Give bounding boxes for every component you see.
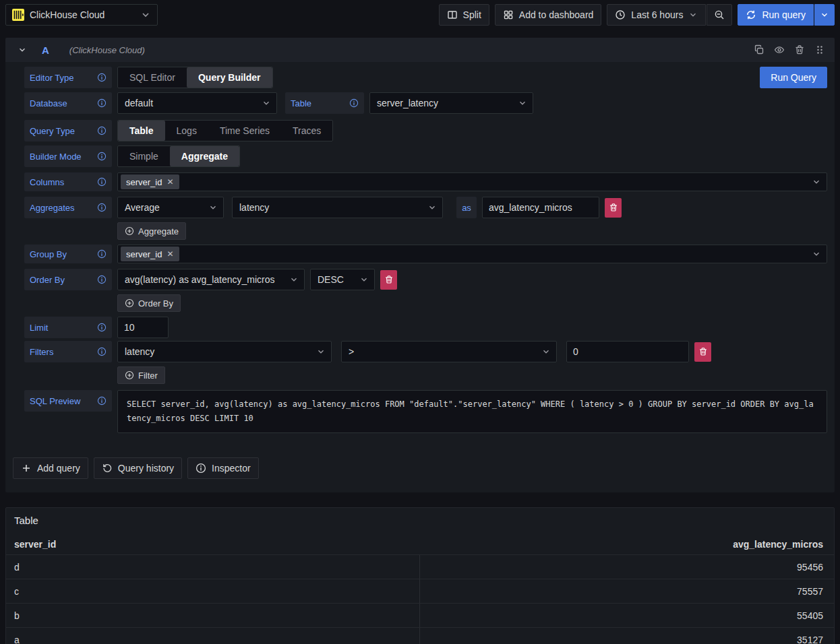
group-by-chip: server_id ✕ bbox=[121, 247, 179, 261]
table-row[interactable]: b 55405 bbox=[6, 603, 834, 627]
run-query-panel-button[interactable]: Run Query bbox=[760, 67, 827, 88]
chevron-down-icon bbox=[812, 249, 821, 259]
remove-order-by-button[interactable] bbox=[380, 270, 397, 290]
query-editor-body: Editor Type SQL Editor Query Builder Run… bbox=[5, 62, 835, 492]
filter-operator-select[interactable]: > bbox=[341, 341, 557, 362]
info-icon[interactable] bbox=[97, 347, 107, 356]
plus-icon bbox=[21, 463, 32, 474]
columns-multiselect[interactable]: server_id ✕ bbox=[117, 172, 827, 191]
clickhouse-logo-icon bbox=[12, 9, 24, 21]
aggregate-as-label: as bbox=[456, 197, 477, 218]
query-editor-footer: Add query Query history Inspector bbox=[13, 437, 827, 479]
close-icon[interactable]: ✕ bbox=[167, 250, 173, 258]
info-icon[interactable] bbox=[97, 396, 107, 406]
datasource-picker[interactable]: ClickHouse Cloud bbox=[5, 4, 158, 26]
aggregates-label: Aggregates bbox=[24, 197, 112, 218]
builder-mode-simple[interactable]: Simple bbox=[118, 146, 170, 166]
zoom-out-time-button[interactable] bbox=[707, 4, 732, 26]
info-icon[interactable] bbox=[97, 249, 107, 259]
info-icon[interactable] bbox=[349, 98, 359, 108]
chevron-down-icon bbox=[140, 9, 151, 20]
plus-circle-icon bbox=[125, 298, 134, 308]
history-icon bbox=[102, 463, 113, 474]
apps-icon bbox=[503, 9, 514, 20]
columns-chip: server_id ✕ bbox=[121, 174, 179, 189]
table-select[interactable]: server_latency bbox=[369, 92, 533, 114]
order-by-direction-select[interactable]: DESC bbox=[310, 269, 375, 290]
info-icon[interactable] bbox=[97, 98, 107, 108]
zoom-out-icon bbox=[714, 9, 725, 20]
editor-type-query-builder[interactable]: Query Builder bbox=[187, 67, 272, 88]
limit-input[interactable] bbox=[117, 317, 169, 338]
query-type-traces[interactable]: Traces bbox=[281, 121, 332, 141]
clock-icon bbox=[615, 9, 626, 20]
add-to-dashboard-button[interactable]: Add to dashboard bbox=[495, 4, 602, 26]
time-range-button[interactable]: Last 6 hours bbox=[607, 4, 706, 26]
table-row[interactable]: a 35127 bbox=[6, 627, 834, 644]
collapse-chevron-icon[interactable] bbox=[18, 45, 27, 55]
table-header-row: server_id avg_latency_micros bbox=[6, 534, 834, 554]
add-order-by-button[interactable]: Order By bbox=[117, 294, 181, 312]
info-icon[interactable] bbox=[97, 275, 107, 284]
add-aggregate-button[interactable]: Aggregate bbox=[117, 222, 186, 240]
order-by-label: Order By bbox=[24, 269, 112, 290]
run-query-dropdown-button[interactable] bbox=[814, 4, 835, 26]
toolbar-actions: Split Add to dashboard Last 6 hours Run … bbox=[439, 4, 835, 26]
database-select[interactable]: default bbox=[117, 92, 277, 114]
aggregate-alias-input[interactable] bbox=[482, 197, 599, 218]
info-icon[interactable] bbox=[97, 152, 107, 161]
query-type-switch: Table Logs Time Series Traces bbox=[117, 120, 333, 141]
table-row[interactable]: d 95456 bbox=[6, 554, 834, 579]
filter-value-input[interactable] bbox=[566, 341, 689, 362]
time-range-label: Last 6 hours bbox=[631, 9, 683, 20]
editor-type-sql-editor[interactable]: SQL Editor bbox=[118, 67, 187, 88]
query-type-table[interactable]: Table bbox=[118, 121, 165, 141]
chevron-down-icon bbox=[208, 203, 218, 212]
filter-column-select[interactable]: latency bbox=[117, 341, 332, 362]
query-type-label: Query Type bbox=[24, 120, 112, 141]
limit-label: Limit bbox=[24, 317, 112, 338]
add-query-button[interactable]: Add query bbox=[13, 457, 88, 479]
query-history-button[interactable]: Query history bbox=[94, 457, 182, 479]
split-button[interactable]: Split bbox=[439, 4, 489, 26]
remove-aggregate-button[interactable] bbox=[605, 198, 622, 218]
run-query-button[interactable]: Run query bbox=[738, 4, 814, 26]
chevron-down-icon bbox=[518, 98, 527, 108]
query-ref-id[interactable]: A bbox=[42, 44, 49, 56]
info-icon[interactable] bbox=[97, 203, 107, 212]
chevron-down-icon bbox=[289, 275, 299, 284]
aggregate-function-select[interactable]: Average bbox=[117, 197, 224, 218]
group-by-multiselect[interactable]: server_id ✕ bbox=[117, 245, 827, 263]
table-results-panel: Table server_id avg_latency_micros d 954… bbox=[5, 507, 835, 644]
plus-circle-icon bbox=[125, 371, 134, 380]
aggregate-column-select[interactable]: latency bbox=[232, 197, 443, 218]
order-by-field-select[interactable]: avg(latency) as avg_latency_micros bbox=[117, 269, 305, 290]
split-icon bbox=[447, 9, 458, 20]
chevron-down-icon bbox=[316, 347, 326, 356]
column-header-avg-latency-micros[interactable]: avg_latency_micros bbox=[419, 539, 834, 550]
drag-handle-icon[interactable] bbox=[814, 44, 825, 55]
query-type-time-series[interactable]: Time Series bbox=[208, 121, 281, 141]
results-table: server_id avg_latency_micros d 95456 c 7… bbox=[6, 534, 834, 644]
sql-preview-label: SQL Preview bbox=[24, 390, 112, 412]
remove-filter-button[interactable] bbox=[694, 342, 711, 362]
inspector-button[interactable]: Inspector bbox=[187, 457, 259, 479]
query-type-logs[interactable]: Logs bbox=[165, 121, 208, 141]
editor-type-label: Editor Type bbox=[24, 67, 112, 88]
copy-icon[interactable] bbox=[754, 44, 764, 55]
trash-icon[interactable] bbox=[794, 44, 805, 55]
info-icon[interactable] bbox=[97, 73, 107, 82]
columns-label: Columns bbox=[24, 172, 112, 191]
builder-mode-aggregate[interactable]: Aggregate bbox=[170, 146, 239, 166]
eye-icon[interactable] bbox=[774, 44, 785, 55]
add-filter-button[interactable]: Filter bbox=[117, 366, 165, 384]
info-icon[interactable] bbox=[97, 177, 107, 187]
column-header-server-id[interactable]: server_id bbox=[6, 539, 419, 550]
table-row[interactable]: c 75557 bbox=[6, 579, 834, 603]
info-icon[interactable] bbox=[97, 323, 107, 332]
run-query-panel-label: Run Query bbox=[771, 72, 816, 83]
chevron-down-icon bbox=[820, 10, 829, 20]
info-icon[interactable] bbox=[97, 126, 107, 135]
close-icon[interactable]: ✕ bbox=[167, 178, 173, 186]
chevron-down-icon bbox=[812, 177, 821, 187]
